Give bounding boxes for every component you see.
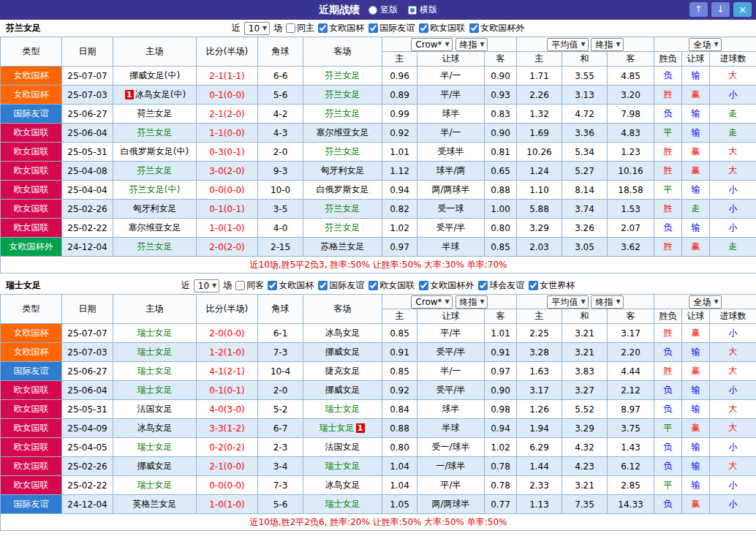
away-team[interactable]: 瑞士女足1 xyxy=(303,419,382,438)
score[interactable]: 2-1(0-0) xyxy=(197,457,258,476)
checkbox[interactable] xyxy=(235,281,245,290)
competition-filter[interactable]: 女欧国杯外 xyxy=(469,22,524,34)
competition-filter[interactable]: 女欧国杯 xyxy=(318,22,364,34)
competition-filter[interactable]: 女欧国杯外 xyxy=(419,279,474,292)
home-team[interactable]: 英格兰女足 xyxy=(113,495,197,514)
score[interactable]: 1-2(1-0) xyxy=(197,343,258,362)
match-count-select[interactable]: 10▼ xyxy=(244,22,270,35)
score[interactable]: 2-1(2-0) xyxy=(197,105,258,124)
away-team[interactable]: 挪威女足 xyxy=(303,381,382,400)
away-team[interactable]: 冰岛女足 xyxy=(303,476,382,495)
same-home-checkbox[interactable]: 同主 xyxy=(286,22,314,34)
final-odds-select[interactable]: 终指▼ xyxy=(456,295,488,309)
away-team[interactable]: 芬兰女足 xyxy=(303,143,382,162)
checkbox[interactable] xyxy=(286,23,295,33)
competition-checkbox[interactable] xyxy=(419,23,428,33)
move-down-button[interactable]: ↓ xyxy=(711,2,730,17)
score[interactable]: 0-0(0-0) xyxy=(197,181,258,200)
score[interactable]: 0-2(0-2) xyxy=(197,438,258,457)
score[interactable]: 0-3(0-1) xyxy=(197,143,258,162)
away-team[interactable]: 匈牙利女足 xyxy=(303,162,382,181)
competition-checkbox[interactable] xyxy=(469,23,479,33)
away-team[interactable]: 芬兰女足 xyxy=(303,200,382,219)
competition-filter[interactable]: 女欧国杯 xyxy=(268,279,314,292)
score[interactable]: 2-0(0-0) xyxy=(197,324,258,343)
home-team[interactable]: 挪威女足 xyxy=(113,457,197,476)
competition-filter[interactable]: 国际友谊 xyxy=(368,22,415,34)
competition-filter[interactable]: 球会友谊 xyxy=(478,279,524,292)
layout-horizontal-radio[interactable]: 横版 xyxy=(408,4,437,16)
scope-select[interactable]: 全场▼ xyxy=(689,38,721,51)
home-team[interactable]: 瑞士女足 xyxy=(113,362,197,381)
average-select[interactable]: 平均值▼ xyxy=(547,295,588,309)
away-team[interactable]: 芬兰女足 xyxy=(303,86,382,105)
home-team[interactable]: 1冰岛女足(中) xyxy=(113,86,197,105)
competition-checkbox[interactable] xyxy=(529,281,538,290)
score[interactable]: 0-1(0-1) xyxy=(197,381,258,400)
home-team[interactable]: 瑞士女足 xyxy=(113,476,197,495)
score[interactable]: 1-0(1-0) xyxy=(197,219,258,238)
away-team[interactable]: 瑞士女足 xyxy=(303,457,382,476)
scope-select[interactable]: 全场▼ xyxy=(689,295,721,309)
score[interactable]: 3-0(2-0) xyxy=(197,162,258,181)
away-team[interactable]: 瑞士女足 xyxy=(303,400,382,419)
score[interactable]: 4-1(2-1) xyxy=(197,362,258,381)
score[interactable]: 4-0(3-0) xyxy=(197,400,258,419)
competition-checkbox[interactable] xyxy=(368,23,378,33)
final-odds-select[interactable]: 终指▼ xyxy=(456,38,488,51)
away-team[interactable]: 芬兰女足 xyxy=(303,67,382,86)
competition-filter[interactable]: 女世界杯 xyxy=(529,279,575,292)
away-team[interactable]: 芬兰女足 xyxy=(303,105,382,124)
score[interactable]: 2-0(2-0) xyxy=(197,238,258,257)
same-away-checkbox[interactable]: 同客 xyxy=(235,279,264,292)
competition-checkbox[interactable] xyxy=(318,281,328,290)
away-team[interactable]: 冰岛女足 xyxy=(303,324,382,343)
average-select[interactable]: 平均值▼ xyxy=(547,38,588,51)
score[interactable]: 1-0(1-0) xyxy=(197,495,258,514)
home-team[interactable]: 芬兰女足 xyxy=(113,162,197,181)
away-team[interactable]: 苏格兰女足 xyxy=(303,238,382,257)
away-team[interactable]: 芬兰女足 xyxy=(303,219,382,238)
competition-checkbox[interactable] xyxy=(368,281,378,290)
score[interactable]: 0-1(0-0) xyxy=(197,86,258,105)
competition-filter[interactable]: 国际友谊 xyxy=(318,279,364,292)
competition-checkbox[interactable] xyxy=(478,281,488,290)
layout-vertical-radio[interactable]: 竖版 xyxy=(368,4,398,16)
away-team[interactable]: 挪威女足 xyxy=(303,343,382,362)
bookmaker-select[interactable]: Crow*▼ xyxy=(411,38,452,51)
score[interactable]: 3-3(1-2) xyxy=(197,419,258,438)
move-up-button[interactable]: ↑ xyxy=(689,2,708,17)
home-team[interactable]: 白俄罗斯女足(中) xyxy=(113,143,197,162)
bookmaker-select[interactable]: Crow*▼ xyxy=(411,295,452,309)
home-team[interactable]: 法国女足 xyxy=(113,400,197,419)
home-team[interactable]: 塞尔维亚女足 xyxy=(113,219,197,238)
close-button[interactable]: × xyxy=(733,2,752,17)
competition-checkbox[interactable] xyxy=(318,23,328,33)
final-odds-select[interactable]: 终指▼ xyxy=(591,295,623,309)
home-team[interactable]: 匈牙利女足 xyxy=(113,200,197,219)
home-team[interactable]: 荷兰女足 xyxy=(113,105,197,124)
home-team[interactable]: 芬兰女足 xyxy=(113,124,197,143)
away-team[interactable]: 法国女足 xyxy=(303,438,382,457)
home-team[interactable]: 芬兰女足(中) xyxy=(113,181,197,200)
competition-filter[interactable]: 欧女国联 xyxy=(419,22,465,34)
score[interactable]: 2-1(1-1) xyxy=(197,67,258,86)
score[interactable]: 0-1(0-1) xyxy=(197,200,258,219)
away-team[interactable]: 瑞士女足 xyxy=(303,495,382,514)
match-count-select[interactable]: 10▼ xyxy=(194,279,219,292)
home-team[interactable]: 瑞士女足 xyxy=(113,343,197,362)
home-team[interactable]: 挪威女足(中) xyxy=(113,67,197,86)
competition-checkbox[interactable] xyxy=(419,281,428,290)
home-team[interactable]: 瑞士女足 xyxy=(113,324,197,343)
home-team[interactable]: 瑞士女足 xyxy=(113,381,197,400)
away-team[interactable]: 塞尔维亚女足 xyxy=(303,124,382,143)
final-odds-select[interactable]: 终指▼ xyxy=(591,38,623,51)
home-team[interactable]: 冰岛女足 xyxy=(113,419,197,438)
competition-filter[interactable]: 欧女国联 xyxy=(368,279,415,292)
away-team[interactable]: 捷克女足 xyxy=(303,362,382,381)
home-team[interactable]: 芬兰女足 xyxy=(113,238,197,257)
competition-checkbox[interactable] xyxy=(268,281,277,290)
score[interactable]: 1-1(0-0) xyxy=(197,124,258,143)
away-team[interactable]: 白俄罗斯女足 xyxy=(303,181,382,200)
home-team[interactable]: 瑞士女足 xyxy=(113,438,197,457)
